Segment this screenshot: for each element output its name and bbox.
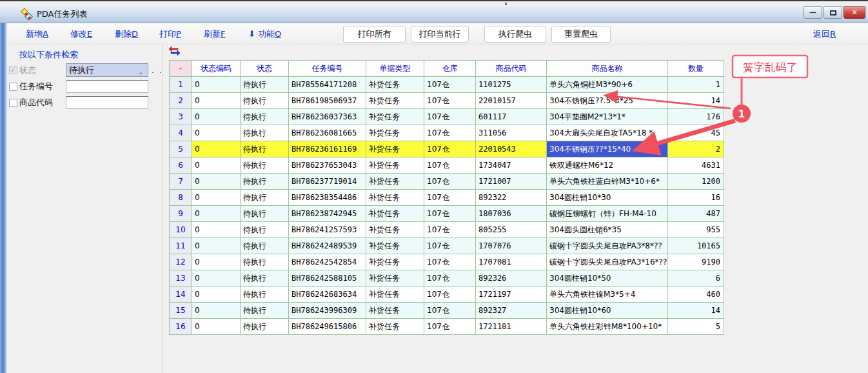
cell-row-number[interactable]: 10 bbox=[170, 222, 192, 238]
cell-product-code[interactable]: 1707076 bbox=[476, 238, 547, 254]
cell-doc-type[interactable]: 补货任务 bbox=[366, 287, 424, 303]
cell-warehouse[interactable]: 107仓 bbox=[424, 206, 476, 222]
cell-row-number[interactable]: 5 bbox=[170, 141, 192, 157]
cell-warehouse[interactable]: 107仓 bbox=[424, 254, 476, 270]
cell-status-code[interactable]: 0 bbox=[192, 125, 241, 141]
cell-status-code[interactable]: 0 bbox=[192, 254, 241, 270]
cell-status-code[interactable]: 0 bbox=[192, 174, 241, 190]
column-header[interactable]: - bbox=[170, 61, 192, 77]
cell-product-name[interactable]: 单头六角铁柱蓝白锌M3*10+6* bbox=[547, 174, 668, 190]
cell-qty[interactable]: 1 bbox=[668, 77, 724, 93]
cell-warehouse[interactable]: 107仓 bbox=[424, 222, 476, 238]
cell-status-code[interactable]: 0 bbox=[192, 287, 241, 303]
cell-row-number[interactable]: 9 bbox=[170, 206, 192, 222]
cell-warehouse[interactable]: 107仓 bbox=[424, 238, 476, 254]
swap-columns-icon[interactable] bbox=[169, 46, 180, 55]
cell-product-code[interactable]: 892327 bbox=[476, 303, 547, 319]
cell-status[interactable]: 待执行 bbox=[241, 222, 289, 238]
column-header[interactable]: 状态编码 bbox=[192, 61, 241, 77]
cell-product-code[interactable]: 601117 bbox=[476, 109, 547, 125]
cell-status-code[interactable]: 0 bbox=[192, 190, 241, 206]
cell-product-name[interactable]: 单头六角铁柱镍M3*5+4 bbox=[547, 287, 668, 303]
column-header[interactable]: 商品名称 bbox=[547, 61, 668, 77]
status-dropdown[interactable]: 待执行 ⌄ bbox=[66, 63, 148, 77]
cell-status[interactable]: 待执行 bbox=[241, 238, 289, 254]
cell-task-no[interactable]: BH786242542854 bbox=[289, 254, 366, 270]
cell-task-no[interactable]: BH785564171208 bbox=[289, 77, 366, 93]
column-header[interactable]: 仓库 bbox=[424, 61, 476, 77]
cell-status[interactable]: 待执行 bbox=[241, 254, 289, 270]
cell-warehouse[interactable]: 107仓 bbox=[424, 319, 476, 335]
cell-doc-type[interactable]: 补货任务 bbox=[366, 93, 424, 109]
cell-doc-type[interactable]: 补货任务 bbox=[366, 319, 424, 335]
cell-row-number[interactable]: 16 bbox=[170, 319, 192, 335]
cell-status-code[interactable]: 0 bbox=[192, 222, 241, 238]
cell-doc-type[interactable]: 补货任务 bbox=[366, 157, 424, 174]
cell-status[interactable]: 待执行 bbox=[241, 77, 289, 93]
cell-product-code[interactable]: 311056 bbox=[476, 125, 547, 141]
cell-doc-type[interactable]: 补货任务 bbox=[366, 270, 424, 287]
column-header[interactable]: 商品代码 bbox=[476, 61, 547, 77]
cell-qty[interactable]: 14 bbox=[668, 303, 724, 319]
cell-task-no[interactable]: BH786249615806 bbox=[289, 319, 366, 335]
cell-qty[interactable]: 2 bbox=[668, 141, 724, 157]
cell-product-code[interactable]: 1721197 bbox=[476, 287, 547, 303]
cell-task-no[interactable]: BH786238354486 bbox=[289, 190, 366, 206]
cell-row-number[interactable]: 7 bbox=[170, 174, 192, 190]
cell-status[interactable]: 待执行 bbox=[241, 319, 289, 335]
cell-doc-type[interactable]: 补货任务 bbox=[366, 254, 424, 270]
cell-task-no[interactable]: BH786236161169 bbox=[289, 141, 366, 157]
cell-status[interactable]: 待执行 bbox=[241, 206, 289, 222]
cell-product-name[interactable]: 304不锈钢压??.5*3*25 bbox=[547, 93, 668, 109]
cell-status[interactable]: 待执行 bbox=[241, 141, 289, 157]
cell-product-name[interactable]: 碳钢十字圆头尖尾自攻PA3*8*?? bbox=[547, 238, 668, 254]
cell-row-number[interactable]: 1 bbox=[170, 77, 192, 93]
cell-status[interactable]: 待执行 bbox=[241, 109, 289, 125]
task-no-checkbox[interactable] bbox=[9, 83, 17, 91]
menu-item-delete[interactable]: 删除D bbox=[115, 28, 159, 40]
cell-task-no[interactable]: BH786236081665 bbox=[289, 125, 366, 141]
column-header[interactable]: 单据类型 bbox=[366, 61, 424, 77]
cell-row-number[interactable]: 8 bbox=[170, 190, 192, 206]
cell-task-no[interactable]: BH786243996309 bbox=[289, 303, 366, 319]
cell-status[interactable]: 待执行 bbox=[241, 270, 289, 287]
cell-warehouse[interactable]: 107仓 bbox=[424, 141, 476, 157]
cell-product-code[interactable]: 892322 bbox=[476, 190, 547, 206]
cell-task-no[interactable]: BH786241257593 bbox=[289, 222, 366, 238]
cell-product-name[interactable]: 碳钢十字圆头尖尾自攻PA3*16*?? bbox=[547, 254, 668, 270]
cell-warehouse[interactable]: 107仓 bbox=[424, 109, 476, 125]
cell-doc-type[interactable]: 补货任务 bbox=[366, 77, 424, 93]
cell-status[interactable]: 待执行 bbox=[241, 157, 289, 174]
cell-task-no[interactable]: BH786198506937 bbox=[289, 93, 366, 109]
cell-qty[interactable]: 16 bbox=[668, 190, 724, 206]
cell-warehouse[interactable]: 107仓 bbox=[424, 287, 476, 303]
task-no-input[interactable] bbox=[66, 80, 148, 93]
cell-task-no[interactable]: BH786242588105 bbox=[289, 270, 366, 287]
cell-qty[interactable]: 955 bbox=[668, 222, 724, 238]
cell-warehouse[interactable]: 107仓 bbox=[424, 93, 476, 109]
cell-status[interactable]: 待执行 bbox=[241, 190, 289, 206]
cell-doc-type[interactable]: 补货任务 bbox=[366, 125, 424, 141]
cell-doc-type[interactable]: 补货任务 bbox=[366, 303, 424, 319]
cell-qty[interactable]: 14 bbox=[668, 93, 724, 109]
cell-product-code[interactable]: 892326 bbox=[476, 270, 547, 287]
cell-qty[interactable]: 460 bbox=[668, 287, 724, 303]
status-more-dots[interactable]: . . bbox=[152, 66, 163, 75]
cell-doc-type[interactable]: 补货任务 bbox=[366, 141, 424, 157]
cell-status-code[interactable]: 0 bbox=[192, 77, 241, 93]
reset-crawler-button[interactable]: 重置爬虫 bbox=[551, 26, 611, 43]
cell-task-no[interactable]: BH786242489539 bbox=[289, 238, 366, 254]
column-header[interactable]: 数量 bbox=[668, 61, 724, 77]
cell-status-code[interactable]: 0 bbox=[192, 141, 241, 157]
cell-product-code[interactable]: 805255 bbox=[476, 222, 547, 238]
cell-doc-type[interactable]: 补货任务 bbox=[366, 174, 424, 190]
cell-row-number[interactable]: 3 bbox=[170, 109, 192, 125]
cell-status[interactable]: 待执行 bbox=[241, 303, 289, 319]
cell-status-code[interactable]: 0 bbox=[192, 270, 241, 287]
close-button[interactable]: ✕ bbox=[843, 6, 865, 19]
cell-status-code[interactable]: 0 bbox=[192, 157, 241, 174]
cell-status-code[interactable]: 0 bbox=[192, 93, 241, 109]
cell-warehouse[interactable]: 107仓 bbox=[424, 77, 476, 93]
cell-qty[interactable]: 9190 bbox=[668, 254, 724, 270]
maximize-button[interactable] bbox=[824, 6, 842, 19]
